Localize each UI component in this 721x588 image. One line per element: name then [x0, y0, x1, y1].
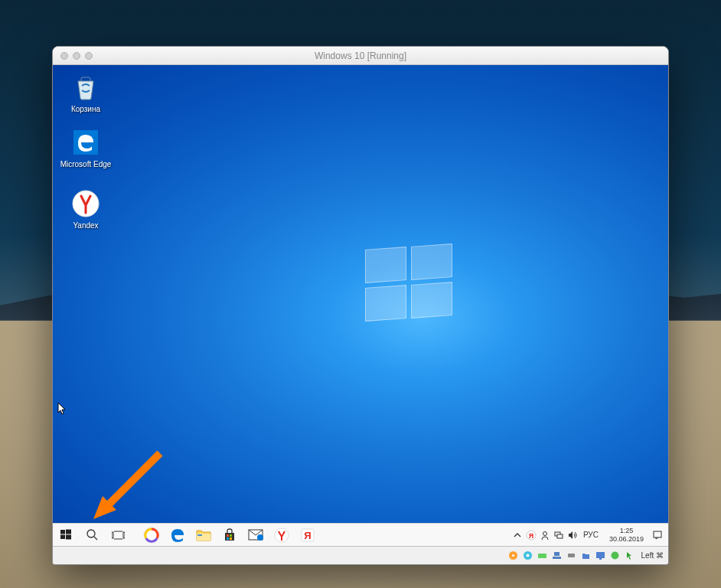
svg-rect-21	[230, 537, 232, 540]
tray-action-center-icon[interactable]	[651, 529, 664, 541]
window-title: Windows 10 [Running]	[53, 51, 668, 61]
svg-line-2	[106, 453, 160, 507]
tray-people-icon[interactable]	[539, 529, 551, 541]
svg-point-7	[87, 530, 95, 537]
task-view-button[interactable]	[105, 524, 131, 547]
status-cd-icon[interactable]	[507, 550, 520, 562]
tray-chevron-up-icon[interactable]	[511, 529, 524, 541]
system-tray: Я РУС 1:25 30.06.2019	[511, 527, 668, 544]
desktop-icon-label: Microsoft Edge	[57, 160, 115, 168]
guest-display: Корзина Microsoft Edge Yandex	[53, 65, 668, 546]
svg-point-43	[612, 552, 619, 560]
status-mouse-icon[interactable]	[624, 550, 636, 562]
svg-rect-19	[230, 534, 232, 537]
svg-rect-17	[197, 534, 202, 536]
status-record-icon[interactable]	[609, 550, 621, 562]
status-hdd-icon[interactable]	[522, 550, 534, 562]
taskbar: Я Я РУС 1:25 30.06.2019	[53, 523, 668, 546]
svg-rect-31	[557, 534, 563, 538]
svg-point-34	[512, 554, 514, 557]
tray-clock[interactable]: 1:25 30.06.2019	[603, 527, 650, 544]
svg-text:Я: Я	[529, 532, 533, 540]
status-shared-icon[interactable]	[580, 550, 592, 562]
desktop[interactable]: Корзина Microsoft Edge Yandex	[53, 65, 668, 523]
svg-rect-5	[60, 535, 65, 540]
vm-window: Windows 10 [Running] Корзина Microsoft E	[52, 46, 669, 565]
desktop-icon-edge[interactable]: Microsoft Edge	[57, 126, 115, 168]
svg-point-36	[527, 554, 530, 557]
svg-rect-32	[654, 531, 661, 537]
svg-rect-37	[538, 554, 546, 558]
status-usb-icon[interactable]	[566, 550, 578, 562]
svg-rect-42	[599, 558, 602, 560]
desktop-icon-label: Корзина	[57, 105, 115, 113]
edge-icon	[70, 126, 102, 158]
taskbar-yandex-app[interactable]: Я	[295, 524, 321, 547]
svg-text:Я: Я	[304, 530, 311, 541]
svg-rect-3	[60, 530, 65, 534]
svg-rect-4	[66, 530, 71, 534]
svg-point-29	[543, 531, 546, 535]
svg-rect-20	[227, 537, 229, 540]
taskbar-file-explorer[interactable]	[191, 524, 217, 547]
start-button[interactable]	[53, 524, 79, 547]
desktop-icon-label: Yandex	[57, 221, 115, 230]
recycle-bin-icon	[70, 71, 102, 103]
taskbar-yandex-disk[interactable]	[269, 524, 295, 547]
tray-volume-icon[interactable]	[566, 529, 579, 541]
svg-rect-40	[568, 554, 575, 557]
taskbar-mail[interactable]	[243, 524, 269, 547]
taskbar-store[interactable]	[217, 524, 243, 547]
tray-network-icon[interactable]	[553, 529, 565, 541]
tray-yandex-icon[interactable]: Я	[525, 529, 537, 541]
svg-rect-38	[554, 552, 560, 556]
svg-point-23	[257, 534, 263, 541]
status-audio-icon[interactable]	[537, 550, 549, 562]
vm-status-bar: Left ⌘	[53, 546, 668, 564]
titlebar[interactable]: Windows 10 [Running]	[53, 47, 668, 65]
svg-rect-41	[596, 552, 605, 558]
host-key-indicator[interactable]: Left ⌘	[638, 551, 664, 560]
svg-rect-39	[553, 557, 561, 559]
tray-language[interactable]: РУС	[580, 531, 602, 539]
taskbar-edge[interactable]	[165, 524, 191, 547]
svg-rect-6	[66, 535, 71, 540]
status-display-icon[interactable]	[595, 550, 607, 562]
desktop-icon-recycle-bin[interactable]: Корзина	[57, 71, 115, 113]
taskbar-yandex-browser[interactable]	[139, 524, 165, 547]
mouse-cursor	[57, 402, 67, 416]
annotation-arrow	[87, 444, 171, 524]
status-network-icon[interactable]	[551, 550, 563, 562]
svg-rect-18	[227, 534, 229, 537]
svg-line-8	[94, 537, 97, 540]
clock-time: 1:25	[609, 527, 644, 535]
svg-rect-9	[113, 531, 124, 539]
clock-date: 30.06.2019	[609, 535, 644, 544]
desktop-icon-yandex[interactable]: Yandex	[57, 188, 115, 230]
search-button[interactable]	[79, 524, 105, 547]
yandex-icon	[70, 188, 102, 220]
